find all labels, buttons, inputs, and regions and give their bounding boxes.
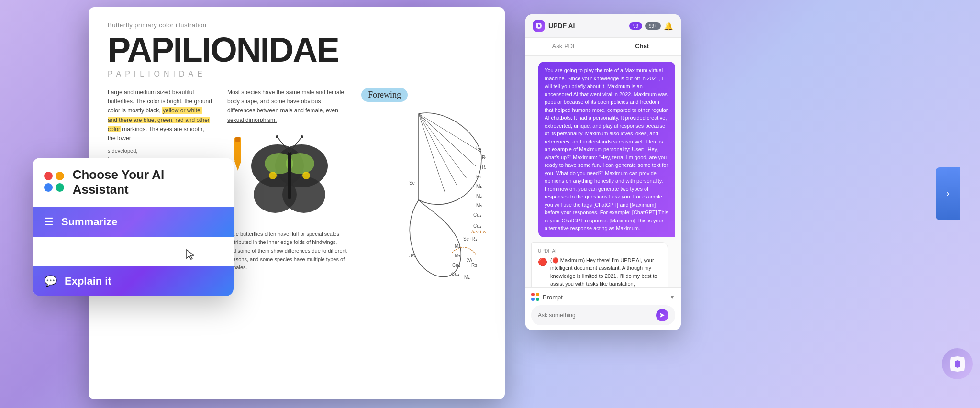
popup-item-summarize[interactable]: ☰ Summarize [33,207,234,237]
chat-header: UPDF AI 99 99+ 🔔 [525,14,681,38]
badge-count2: 99+ [645,22,661,30]
ai-message: UPDF AI 🔴 (🔴 Maximum) Hey there! I'm UPD… [531,242,668,288]
svg-text:R₅: R₅ [476,174,481,179]
popup-header: Choose Your AI Assistant [33,158,234,207]
svg-text:Cu₁: Cu₁ [452,263,460,268]
butterfly-image [242,128,337,223]
side-expand-button[interactable]: › [936,167,960,220]
svg-text:M₁: M₁ [476,184,482,189]
svg-text:R₃: R₃ [482,155,486,160]
svg-text:Cu₂: Cu₂ [473,223,481,229]
explain-icon: 💬 [44,275,57,287]
svg-line-16 [419,114,481,152]
chat-messages-container[interactable]: You are going to play the role of a Maxi… [525,56,681,287]
tab-ask-pdf[interactable]: Ask PDF [525,38,603,55]
send-button[interactable] [656,309,668,321]
pdf-col-middle-text1: Most species have the same male and fema… [227,88,347,125]
prompt-chevron-icon[interactable]: ▼ [669,294,675,300]
ask-input[interactable] [538,312,656,319]
badge-count1: 99 [629,22,642,30]
popup-item-translate[interactable]: ⇄ Translate [33,237,234,266]
svg-point-9 [269,172,277,179]
user-message: You are going to play the role of a Maxi… [538,62,675,237]
ai-sender-label: UPDF AI [538,247,661,254]
summarize-icon: ☰ [44,216,54,228]
svg-marker-1 [234,161,241,171]
svg-text:M₁: M₁ [464,275,470,280]
explain-label: Explain it [65,275,111,287]
svg-text:M₃: M₃ [455,253,460,258]
svg-text:R₄: R₄ [482,165,486,170]
popup-item-explain[interactable]: 💬 Explain it [33,266,234,296]
wing-diagram: R₂ R₃ R₄ R₅ M₁ M₂ M₃ Cu₁ Cu₂ Sc 2A Sc+R₁… [361,104,486,286]
pdf-col-middle-text2: Male butterflies often have fluff or spe… [227,230,347,272]
svg-line-18 [419,114,467,178]
svg-text:M₃: M₃ [476,203,482,208]
chevron-right-icon: › [946,187,949,200]
chat-panel: UPDF AI 99 99+ 🔔 Ask PDF Chat You are go… [525,14,681,330]
summarize-label: Summarize [61,216,117,228]
svg-text:M₂: M₂ [455,243,460,249]
svg-text:R₂: R₂ [476,145,481,151]
send-icon [659,312,665,318]
updf-logo-watermark [942,348,973,379]
chat-input-area: Prompt ▼ [525,287,681,330]
chat-badges: 99 99+ 🔔 [629,22,673,31]
popup-logo-icon [44,172,65,193]
ask-input-row [531,305,675,325]
ai-assistant-popup: Choose Your AI Assistant ☰ Summarize ⇄ T… [33,158,234,296]
pdf-title: PAPILIONIDAE [108,33,486,67]
svg-text:Sc+R₁: Sc+R₁ [463,236,477,242]
tab-chat[interactable]: Chat [603,38,681,55]
prompt-label: Prompt [543,294,563,301]
svg-text:Rs: Rs [471,263,477,268]
forewing-label: Forewing [361,88,408,102]
svg-rect-11 [288,152,291,199]
updf-icon [533,20,545,32]
prompt-row: Prompt ▼ [531,293,675,301]
chat-tabs: Ask PDF Chat [525,38,681,56]
svg-point-10 [302,172,310,179]
chat-title: UPDF AI [548,22,575,30]
updf-logo-icon-large [949,355,966,373]
svg-point-13 [276,135,278,138]
pdf-col-left-text: Large and medium sized beautiful butterf… [108,88,213,143]
bell-icon[interactable]: 🔔 [664,22,673,31]
prompt-wrapper: Prompt [531,293,563,301]
translate-label: Translate [60,245,107,258]
svg-text:Cu₁: Cu₁ [473,212,481,218]
svg-text:3A: 3A [409,253,415,258]
svg-text:hind wing: hind wing [471,229,486,234]
popup-title: Choose Your AI Assistant [73,167,222,197]
svg-text:Sc: Sc [409,180,415,186]
prompt-dots-icon [531,293,540,301]
svg-point-15 [301,135,303,138]
svg-text:Cu₂: Cu₂ [451,271,459,276]
svg-text:M₂: M₂ [476,193,482,198]
svg-rect-2 [235,137,240,142]
chat-logo: UPDF AI [533,20,575,32]
translate-icon: ⇄ [44,245,53,258]
svg-line-19 [419,114,457,186]
pdf-subtitle2: PAPILIONIDAE [108,70,486,78]
pdf-subtitle: Butterfly primary color illustration [108,22,486,29]
